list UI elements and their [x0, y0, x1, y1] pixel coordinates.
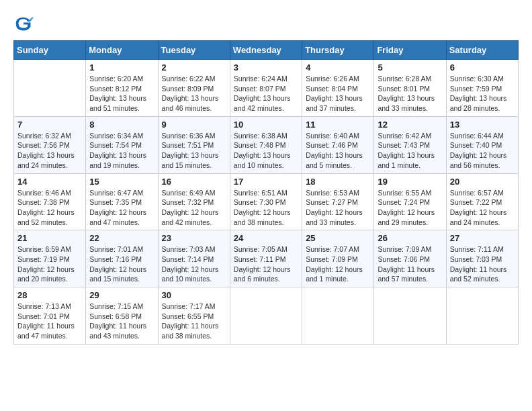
day-number: 17 — [234, 177, 298, 187]
calendar-cell — [302, 287, 374, 345]
day-info: Sunrise: 6:36 AM Sunset: 7:51 PM Dayligh… — [162, 131, 226, 171]
day-info: Sunrise: 7:03 AM Sunset: 7:14 PM Dayligh… — [162, 244, 226, 284]
calendar-table: SundayMondayTuesdayWednesdayThursdayFrid… — [13, 40, 519, 345]
day-info: Sunrise: 6:26 AM Sunset: 8:04 PM Dayligh… — [306, 74, 370, 113]
day-number: 4 — [306, 62, 370, 73]
weekday-header: Monday — [86, 41, 158, 60]
day-number: 27 — [450, 233, 515, 243]
day-number: 6 — [450, 62, 515, 73]
calendar-cell: 3Sunrise: 6:24 AM Sunset: 8:07 PM Daylig… — [230, 60, 302, 117]
day-number: 22 — [89, 233, 154, 243]
day-number: 21 — [17, 233, 82, 243]
day-number: 28 — [17, 290, 82, 300]
day-info: Sunrise: 6:55 AM Sunset: 7:24 PM Dayligh… — [378, 188, 442, 228]
day-number: 12 — [378, 120, 442, 130]
calendar-cell: 18Sunrise: 6:53 AM Sunset: 7:27 PM Dayli… — [302, 173, 374, 230]
day-info: Sunrise: 6:57 AM Sunset: 7:22 PM Dayligh… — [450, 188, 515, 228]
day-number: 16 — [162, 177, 226, 187]
logo-icon — [13, 13, 34, 34]
day-info: Sunrise: 6:28 AM Sunset: 8:01 PM Dayligh… — [378, 74, 442, 113]
calendar-cell: 16Sunrise: 6:49 AM Sunset: 7:32 PM Dayli… — [158, 173, 230, 230]
calendar-week-row: 7Sunrise: 6:32 AM Sunset: 7:56 PM Daylig… — [14, 116, 519, 173]
day-number: 13 — [450, 120, 515, 130]
day-info: Sunrise: 6:51 AM Sunset: 7:30 PM Dayligh… — [234, 188, 298, 228]
calendar-cell: 25Sunrise: 7:07 AM Sunset: 7:09 PM Dayli… — [302, 230, 374, 287]
day-number: 25 — [306, 233, 370, 243]
calendar-cell: 13Sunrise: 6:44 AM Sunset: 7:40 PM Dayli… — [446, 116, 518, 173]
calendar-week-row: 21Sunrise: 6:59 AM Sunset: 7:19 PM Dayli… — [14, 230, 519, 287]
day-number: 3 — [234, 62, 298, 73]
weekday-header: Wednesday — [230, 41, 302, 60]
calendar-cell: 9Sunrise: 6:36 AM Sunset: 7:51 PM Daylig… — [158, 116, 230, 173]
calendar-cell: 28Sunrise: 7:13 AM Sunset: 7:01 PM Dayli… — [14, 287, 86, 345]
day-info: Sunrise: 6:38 AM Sunset: 7:48 PM Dayligh… — [234, 131, 298, 171]
day-info: Sunrise: 7:15 AM Sunset: 6:58 PM Dayligh… — [89, 302, 154, 341]
calendar-cell: 10Sunrise: 6:38 AM Sunset: 7:48 PM Dayli… — [230, 116, 302, 173]
calendar-cell: 22Sunrise: 7:01 AM Sunset: 7:16 PM Dayli… — [86, 230, 158, 287]
day-info: Sunrise: 6:42 AM Sunset: 7:43 PM Dayligh… — [378, 131, 442, 171]
day-info: Sunrise: 6:53 AM Sunset: 7:27 PM Dayligh… — [306, 188, 370, 228]
day-number: 19 — [378, 177, 442, 187]
calendar-cell: 12Sunrise: 6:42 AM Sunset: 7:43 PM Dayli… — [374, 116, 446, 173]
day-info: Sunrise: 6:46 AM Sunset: 7:38 PM Dayligh… — [17, 188, 82, 228]
day-number: 26 — [378, 233, 442, 243]
calendar-cell: 6Sunrise: 6:30 AM Sunset: 7:59 PM Daylig… — [446, 60, 518, 117]
calendar-cell — [230, 287, 302, 345]
day-info: Sunrise: 6:30 AM Sunset: 7:59 PM Dayligh… — [450, 74, 515, 113]
calendar-cell: 14Sunrise: 6:46 AM Sunset: 7:38 PM Dayli… — [14, 173, 86, 230]
day-number: 7 — [17, 120, 82, 130]
day-info: Sunrise: 7:07 AM Sunset: 7:09 PM Dayligh… — [306, 244, 370, 284]
day-number: 10 — [234, 120, 298, 130]
day-number: 5 — [378, 62, 442, 73]
day-number: 9 — [162, 120, 226, 130]
day-info: Sunrise: 7:13 AM Sunset: 7:01 PM Dayligh… — [17, 302, 82, 341]
weekday-header: Friday — [374, 41, 446, 60]
day-info: Sunrise: 6:44 AM Sunset: 7:40 PM Dayligh… — [450, 131, 515, 171]
calendar-cell: 15Sunrise: 6:47 AM Sunset: 7:35 PM Dayli… — [86, 173, 158, 230]
day-info: Sunrise: 7:17 AM Sunset: 6:55 PM Dayligh… — [162, 302, 226, 341]
day-number: 8 — [89, 120, 154, 130]
calendar-week-row: 14Sunrise: 6:46 AM Sunset: 7:38 PM Dayli… — [14, 173, 519, 230]
day-number: 2 — [162, 62, 226, 73]
calendar-cell — [14, 60, 86, 117]
page-header — [13, 13, 519, 34]
calendar-cell: 2Sunrise: 6:22 AM Sunset: 8:09 PM Daylig… — [158, 60, 230, 117]
calendar-cell: 20Sunrise: 6:57 AM Sunset: 7:22 PM Dayli… — [446, 173, 518, 230]
calendar-cell — [446, 287, 518, 345]
day-info: Sunrise: 6:47 AM Sunset: 7:35 PM Dayligh… — [89, 188, 154, 228]
calendar-cell: 23Sunrise: 7:03 AM Sunset: 7:14 PM Dayli… — [158, 230, 230, 287]
calendar-cell: 19Sunrise: 6:55 AM Sunset: 7:24 PM Dayli… — [374, 173, 446, 230]
day-number: 1 — [89, 62, 154, 73]
calendar-cell: 17Sunrise: 6:51 AM Sunset: 7:30 PM Dayli… — [230, 173, 302, 230]
weekday-header: Tuesday — [158, 41, 230, 60]
day-number: 30 — [162, 290, 226, 300]
calendar-cell: 30Sunrise: 7:17 AM Sunset: 6:55 PM Dayli… — [158, 287, 230, 345]
calendar-cell: 11Sunrise: 6:40 AM Sunset: 7:46 PM Dayli… — [302, 116, 374, 173]
day-info: Sunrise: 6:59 AM Sunset: 7:19 PM Dayligh… — [17, 244, 82, 284]
calendar-cell: 5Sunrise: 6:28 AM Sunset: 8:01 PM Daylig… — [374, 60, 446, 117]
logo — [13, 13, 36, 34]
day-info: Sunrise: 6:34 AM Sunset: 7:54 PM Dayligh… — [89, 131, 154, 171]
calendar-week-row: 28Sunrise: 7:13 AM Sunset: 7:01 PM Dayli… — [14, 287, 519, 345]
weekday-header: Thursday — [302, 41, 374, 60]
day-number: 20 — [450, 177, 515, 187]
calendar-cell: 27Sunrise: 7:11 AM Sunset: 7:03 PM Dayli… — [446, 230, 518, 287]
day-number: 23 — [162, 233, 226, 243]
calendar-header-row: SundayMondayTuesdayWednesdayThursdayFrid… — [14, 41, 519, 60]
day-info: Sunrise: 6:20 AM Sunset: 8:12 PM Dayligh… — [89, 74, 154, 113]
day-number: 15 — [89, 177, 154, 187]
calendar-cell: 26Sunrise: 7:09 AM Sunset: 7:06 PM Dayli… — [374, 230, 446, 287]
day-number: 14 — [17, 177, 82, 187]
calendar-cell: 7Sunrise: 6:32 AM Sunset: 7:56 PM Daylig… — [14, 116, 86, 173]
day-info: Sunrise: 6:49 AM Sunset: 7:32 PM Dayligh… — [162, 188, 226, 228]
day-number: 11 — [306, 120, 370, 130]
day-info: Sunrise: 6:40 AM Sunset: 7:46 PM Dayligh… — [306, 131, 370, 171]
day-number: 24 — [234, 233, 298, 243]
day-info: Sunrise: 7:01 AM Sunset: 7:16 PM Dayligh… — [89, 244, 154, 284]
day-info: Sunrise: 6:32 AM Sunset: 7:56 PM Dayligh… — [17, 131, 82, 171]
weekday-header: Saturday — [446, 41, 518, 60]
day-info: Sunrise: 7:11 AM Sunset: 7:03 PM Dayligh… — [450, 244, 515, 284]
day-number: 29 — [89, 290, 154, 300]
day-info: Sunrise: 6:22 AM Sunset: 8:09 PM Dayligh… — [162, 74, 226, 113]
calendar-cell: 29Sunrise: 7:15 AM Sunset: 6:58 PM Dayli… — [86, 287, 158, 345]
